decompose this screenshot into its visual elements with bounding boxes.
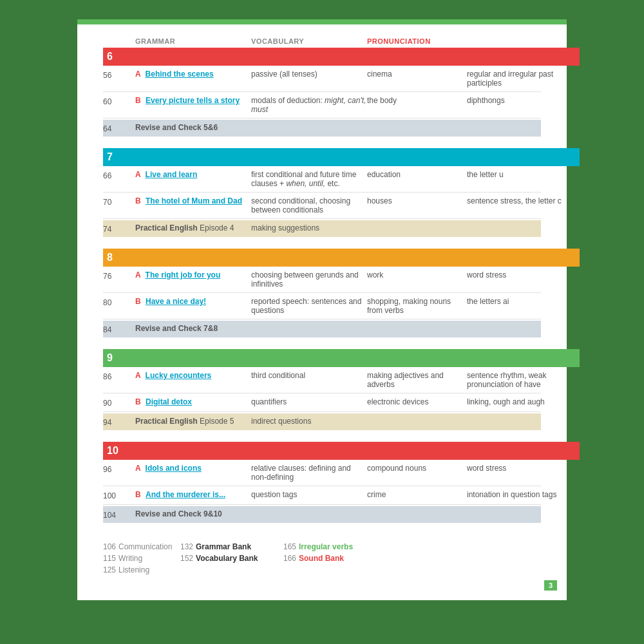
lesson-link-7-0[interactable]: Live and learn xyxy=(146,170,198,179)
lesson-grammar-9-0: third conditional xyxy=(251,371,367,380)
lesson-title-8-1[interactable]: B Have a nice day! xyxy=(135,297,251,306)
lesson-grammar-10-1: question tags xyxy=(251,490,367,499)
lesson-row-7-0: 66A Live and learnfirst conditional and … xyxy=(103,166,541,193)
lesson-row-10-1: 100B And the murderer is...question tags… xyxy=(103,486,541,505)
section-8-colorblock-1 xyxy=(251,249,367,267)
footer-col1-text-0[interactable]: Communication xyxy=(118,542,172,551)
lesson-link-6-1[interactable]: Every picture tells a story xyxy=(146,96,240,105)
footer-col1-text-1[interactable]: Writing xyxy=(118,554,142,563)
section-8-number: 8 xyxy=(103,249,135,267)
lesson-page-10-1: 100 xyxy=(103,490,135,500)
lesson-row-6-1: 60B Every picture tells a storymodals of… xyxy=(103,92,541,118)
section-9-colorblock-3 xyxy=(467,349,580,367)
revise-row-6: 64Revise and Check 5&6 xyxy=(103,120,541,137)
lesson-pron-7-0: the letter u xyxy=(467,170,580,179)
lesson-page-8-1: 80 xyxy=(103,297,135,307)
lesson-grammar-6-1: modals of deduction: might, can't, must xyxy=(251,96,367,114)
lesson-letter-9-1: B xyxy=(135,397,143,406)
section-7-colorblock-0 xyxy=(135,148,251,166)
lesson-title-9-0[interactable]: A Lucky encounters xyxy=(135,371,251,380)
footer-col2-text-1[interactable]: Vocabulary Bank xyxy=(196,554,258,563)
top-bar xyxy=(77,19,567,24)
lesson-page-7-0: 66 xyxy=(103,170,135,180)
lesson-vocab-9-1: electronic devices xyxy=(367,397,467,406)
lesson-page-9-1: 90 xyxy=(103,397,135,408)
lesson-title-9-1[interactable]: B Digital detox xyxy=(135,397,251,406)
lesson-grammar-7-1: second conditional, choosing between con… xyxy=(251,196,367,214)
practical-label-9: Practical English Episode 5 xyxy=(135,417,251,427)
lesson-title-10-0[interactable]: A Idols and icons xyxy=(135,464,251,473)
lesson-pron-9-1: linking, ough and augh xyxy=(467,397,580,406)
section-6-colorblock-3 xyxy=(467,48,580,66)
footer: 106Communication115Writing125Listening13… xyxy=(103,542,541,574)
lesson-title-8-0[interactable]: A The right job for you xyxy=(135,270,251,279)
lesson-link-9-1[interactable]: Digital detox xyxy=(146,397,192,406)
section-8-colorblock-0 xyxy=(135,249,251,267)
section-6-colorblock-1 xyxy=(251,48,367,66)
section-7-colorblock-3 xyxy=(467,148,580,166)
footer-col3-item-1: 166Sound Bank xyxy=(283,554,412,563)
lesson-letter-6-0: A xyxy=(135,70,143,79)
vocabulary-header: VOCABULARY xyxy=(251,37,367,45)
lesson-link-7-1[interactable]: The hotel of Mum and Dad xyxy=(146,196,242,205)
footer-col3-text-0[interactable]: Irregular verbs xyxy=(299,542,353,551)
lesson-link-8-0[interactable]: The right job for you xyxy=(146,270,221,279)
lesson-pron-7-1: sentence stress, the letter c xyxy=(467,196,580,205)
practical-page-7: 74 xyxy=(103,223,135,234)
revise-label-10: Revise and Check 9&10 xyxy=(135,509,592,520)
lesson-row-9-1: 90B Digital detoxquantifierselectronic d… xyxy=(103,393,541,412)
section-7-colorblock-2 xyxy=(367,148,467,166)
lesson-title-6-0[interactable]: A Behind the scenes xyxy=(135,70,251,79)
lesson-title-6-1[interactable]: B Every picture tells a story xyxy=(135,96,251,105)
section-6-number: 6 xyxy=(103,48,135,66)
footer-col1-num-1: 115 xyxy=(103,554,116,563)
lesson-grammar-8-0: choosing between gerunds and infinitives xyxy=(251,270,367,289)
footer-col1-num-0: 106 xyxy=(103,542,116,551)
revise-label-6: Revise and Check 5&6 xyxy=(135,123,592,133)
grammar-header: GRAMMAR xyxy=(135,37,251,45)
lesson-link-8-1[interactable]: Have a nice day! xyxy=(146,297,206,306)
section-10-colorblock-3 xyxy=(467,442,580,460)
section-7-number: 7 xyxy=(103,148,135,166)
footer-col3-num-0: 165 xyxy=(283,542,296,551)
lesson-grammar-10-0: relative clauses: defining and non-defin… xyxy=(251,464,367,482)
page: GRAMMAR VOCABULARY PRONUNCIATION 656A Be… xyxy=(77,19,567,600)
lesson-link-9-0[interactable]: Lucky encounters xyxy=(146,371,212,380)
footer-col3-num-1: 166 xyxy=(283,554,296,563)
lesson-vocab-8-1: shopping, making nouns from verbs xyxy=(367,297,467,315)
lesson-page-6-0: 56 xyxy=(103,70,135,80)
sections-container: 656A Behind the scenespassive (all tense… xyxy=(103,48,541,523)
lesson-link-10-0[interactable]: Idols and icons xyxy=(146,464,202,473)
column-headers: GRAMMAR VOCABULARY PRONUNCIATION xyxy=(103,37,541,45)
lesson-link-10-1[interactable]: And the murderer is... xyxy=(146,490,225,499)
footer-col1-text-2[interactable]: Listening xyxy=(118,565,149,574)
section-10-header: 10 xyxy=(103,442,541,460)
practical-grammar-9: indirect questions xyxy=(251,417,596,427)
lesson-row-6-0: 56A Behind the scenespassive (all tenses… xyxy=(103,66,541,92)
footer-col1-item-1: 115Writing xyxy=(103,554,180,563)
lesson-letter-8-0: A xyxy=(135,270,143,279)
lesson-grammar-7-0: first conditional and future time clause… xyxy=(251,170,367,188)
section-8: 876A The right job for youchoosing betwe… xyxy=(103,249,541,337)
lesson-pron-10-0: word stress xyxy=(467,464,580,473)
footer-col3-text-1[interactable]: Sound Bank xyxy=(299,554,344,563)
practical-label-7: Practical English Episode 4 xyxy=(135,223,251,234)
lesson-page-7-1: 70 xyxy=(103,196,135,207)
section-9: 986A Lucky encountersthird conditionalma… xyxy=(103,349,541,430)
lesson-letter-9-0: A xyxy=(135,371,143,380)
lesson-letter-6-1: B xyxy=(135,96,143,105)
lesson-link-6-0[interactable]: Behind the scenes xyxy=(146,70,214,79)
lesson-title-10-1[interactable]: B And the murderer is... xyxy=(135,490,251,499)
pronunciation-header: PRONUNCIATION xyxy=(367,37,467,45)
lesson-row-10-0: 96A Idols and iconsrelative clauses: def… xyxy=(103,460,541,486)
section-6: 656A Behind the scenespassive (all tense… xyxy=(103,48,541,137)
lesson-grammar-6-0: passive (all tenses) xyxy=(251,70,367,79)
section-7-colorblock-1 xyxy=(251,148,367,166)
lesson-title-7-0[interactable]: A Live and learn xyxy=(135,170,251,179)
section-7-header: 7 xyxy=(103,148,541,166)
footer-col-2: 132Grammar Bank152Vocabulary Bank xyxy=(180,542,283,574)
lesson-title-7-1[interactable]: B The hotel of Mum and Dad xyxy=(135,196,251,205)
lesson-grammar-8-1: reported speech: sentences and questions xyxy=(251,297,367,315)
section-9-colorblock-2 xyxy=(367,349,467,367)
footer-col2-text-0[interactable]: Grammar Bank xyxy=(196,542,251,551)
